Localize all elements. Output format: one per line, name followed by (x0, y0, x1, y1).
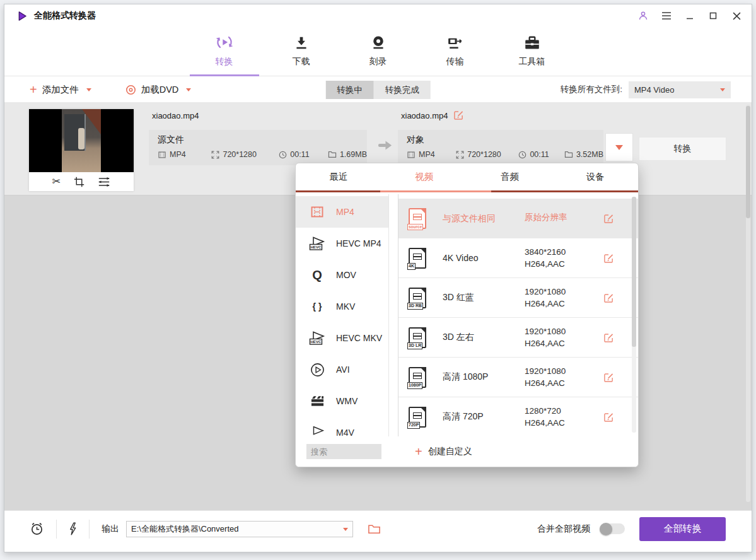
format-item-m4v[interactable]: M4V (296, 417, 388, 436)
convert-all-to-label: 转换所有文件到: (561, 84, 622, 95)
preset-hd-1080p[interactable]: 1080P 高清 1080P 1920*1080 H264,AAC (398, 358, 638, 397)
source-panel-title: 源文件 (158, 134, 367, 146)
content-scrollbar-thumb[interactable] (746, 106, 750, 218)
format-item-hevc-mkv[interactable]: HEVC HEVC MKV (296, 322, 388, 354)
target-format: MP4 (407, 150, 456, 159)
video-file-icon: 720P (409, 407, 426, 428)
format-item-mkv[interactable]: { } MKV (296, 291, 388, 322)
edit-preset-icon[interactable] (603, 253, 614, 264)
target-duration: 00:11 (518, 150, 564, 159)
chevron-down-icon (615, 145, 623, 150)
video-thumbnail[interactable] (29, 109, 134, 172)
maximize-icon[interactable] (707, 9, 719, 22)
nav-tab-burn[interactable]: 刻录 (354, 27, 403, 76)
source-to-target-arrow-icon (378, 140, 393, 153)
clock-icon (518, 151, 526, 159)
output-path-input[interactable] (126, 521, 353, 537)
folder-icon (564, 151, 573, 158)
preset-same-as-source[interactable]: source 与源文件相同 原始分辨率 (398, 199, 638, 238)
edit-preset-icon[interactable] (603, 213, 614, 224)
format-item-wmv[interactable]: WMV (296, 385, 388, 417)
preset-hd-720p[interactable]: 720P 高清 720P 1280*720 H264,AAC (398, 397, 638, 436)
burn-disc-icon (370, 33, 387, 52)
edit-preset-icon[interactable] (603, 332, 614, 343)
resize-icon (456, 151, 464, 159)
create-custom-button[interactable]: + 创建自定义 (415, 446, 472, 457)
high-speed-bolt-icon[interactable] (69, 522, 77, 535)
popup-tab-video[interactable]: 视频 (381, 163, 467, 190)
preset-3d-red-blue[interactable]: 3D RB 3D 红蓝 1920*1080 H264,AAC (398, 278, 638, 318)
source-video-file-icon: source (409, 208, 426, 229)
preset-4k-video[interactable]: 4K 4K Video 3840*2160 H264,AAC (398, 238, 638, 278)
menu-icon[interactable] (660, 9, 673, 22)
search-input[interactable] (306, 444, 381, 459)
nav-label-burn: 刻录 (369, 56, 387, 67)
tab-converting[interactable]: 转换中 (325, 81, 374, 99)
chevron-down-icon (720, 88, 725, 91)
folder-icon (328, 151, 337, 158)
target-format-dropdown-button[interactable] (605, 133, 633, 161)
format-item-hevc-mp4[interactable]: HEVC HEVC MP4 (296, 228, 388, 259)
toggle-knob[interactable] (600, 523, 612, 535)
effects-sliders-icon[interactable] (98, 176, 110, 188)
chevron-down-icon[interactable] (186, 88, 191, 91)
popup-tab-device[interactable]: 设备 (552, 163, 638, 190)
crop-icon[interactable] (74, 177, 84, 187)
close-icon[interactable] (730, 9, 743, 22)
play-flag-icon (309, 426, 325, 436)
popup-tab-recent[interactable]: 最近 (296, 163, 381, 190)
edit-preset-icon[interactable] (603, 293, 614, 303)
trim-scissors-icon[interactable]: ✂ (52, 177, 61, 187)
video-file-icon: 4K (409, 248, 426, 269)
nav-tab-transfer[interactable]: 传输 (431, 27, 480, 76)
download-icon (293, 33, 310, 52)
convert-all-button[interactable]: 全部转换 (639, 517, 726, 541)
format-item-avi[interactable]: AVI (296, 354, 388, 385)
transfer-icon (446, 33, 463, 52)
output-path-select[interactable] (126, 521, 353, 537)
add-file-label: 添加文件 (42, 84, 79, 96)
global-format-select[interactable]: MP4 Video (629, 81, 731, 98)
format-item-mov[interactable]: Q MOV (296, 259, 388, 291)
svg-text:HEVC: HEVC (310, 245, 322, 249)
schedule-alarm-icon[interactable] (30, 522, 44, 536)
tab-finished[interactable]: 转换完成 (374, 81, 431, 99)
nav-tab-convert[interactable]: 转换 (200, 27, 249, 76)
preset-scrollbar[interactable] (632, 197, 636, 433)
format-item-mp4[interactable]: MP4 (296, 196, 388, 228)
convert-icon (215, 33, 234, 52)
load-dvd-button[interactable]: 加载DVD (125, 84, 192, 96)
preset-3d-left-right[interactable]: 3D LR 3D 左右 1920*1080 H264,AAC (398, 318, 638, 358)
nav-tab-toolbox[interactable]: 工具箱 (508, 27, 557, 76)
minimize-icon[interactable] (683, 9, 696, 22)
target-info-panel: 对象 MP4 720*1280 00:11 (398, 130, 603, 165)
content-scrollbar[interactable] (746, 105, 750, 502)
sidebar-divider (388, 194, 398, 436)
rename-edit-icon[interactable] (453, 110, 464, 120)
popup-footer: + 创建自定义 (296, 436, 638, 467)
merge-videos-toggle[interactable] (600, 523, 625, 534)
plus-icon: + (415, 446, 422, 457)
convert-button[interactable]: 转换 (639, 137, 726, 161)
video-file-icon: 3D LR (409, 327, 426, 348)
popup-tab-audio[interactable]: 音频 (467, 163, 553, 190)
preset-scrollbar-thumb[interactable] (632, 197, 636, 347)
app-title: 全能格式转换器 (34, 10, 96, 21)
format-chooser-popup: 最近 视频 音频 设备 MP4 HEVC HEVC MP4 (295, 163, 639, 467)
source-filename: xiaodao.mp4 (152, 111, 199, 120)
account-icon[interactable] (637, 9, 649, 22)
chevron-down-icon[interactable] (86, 88, 91, 91)
plus-icon: + (30, 85, 37, 95)
divider (89, 520, 90, 539)
edit-preset-icon[interactable] (603, 372, 614, 383)
open-folder-icon[interactable] (368, 523, 381, 535)
dvd-disc-icon (125, 85, 136, 95)
global-format-value: MP4 Video (634, 85, 718, 95)
output-label: 输出 (102, 523, 119, 535)
nav-tab-download[interactable]: 下载 (277, 27, 326, 76)
resize-icon (211, 151, 219, 159)
merge-videos-label: 合并全部视频 (537, 523, 590, 535)
film-strip-icon (309, 205, 325, 219)
add-file-button[interactable]: + 添加文件 (30, 84, 91, 96)
edit-preset-icon[interactable] (603, 412, 614, 423)
